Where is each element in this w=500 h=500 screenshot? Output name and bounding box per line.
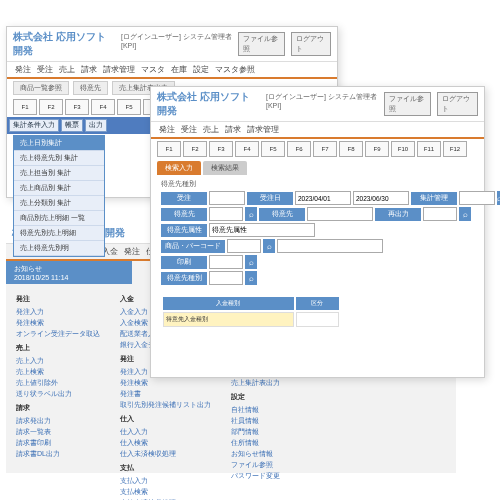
fkey[interactable]: F2 <box>183 141 207 157</box>
menu-link[interactable]: オンライン受注データ取込 <box>16 329 100 339</box>
fkey[interactable]: F10 <box>391 141 415 157</box>
menu-item[interactable]: 売上 <box>203 124 219 135</box>
menu-link[interactable]: 売上値引除外 <box>16 378 100 388</box>
menu-item[interactable]: 発注 <box>124 246 140 257</box>
dropdown-item[interactable]: 商品別売上明細 一覧 <box>14 211 104 226</box>
dropdown-item[interactable]: 売上得意先別 集計 <box>14 151 104 166</box>
fkey[interactable]: F11 <box>417 141 441 157</box>
menu-item[interactable]: 受注 <box>181 124 197 135</box>
menu-item[interactable]: 請求管理 <box>103 64 135 75</box>
menu-link[interactable]: パスワード変更 <box>231 471 287 481</box>
menu-item[interactable]: 請求 <box>225 124 241 135</box>
type-input[interactable] <box>209 271 243 285</box>
app-logo: 株式会社 応用ソフト開発 <box>157 90 258 118</box>
menu-link[interactable]: 社員情報 <box>231 416 287 426</box>
fkey[interactable]: F7 <box>313 141 337 157</box>
search-icon[interactable]: ⌕ <box>245 255 257 269</box>
tab-inactive[interactable]: 検索結果 <box>203 161 247 175</box>
search-icon[interactable]: ⌕ <box>263 239 275 253</box>
menu-item[interactable]: 発注 <box>15 64 31 75</box>
fkey[interactable]: F4 <box>235 141 259 157</box>
table-row[interactable]: 得意先入金種別 <box>163 312 339 327</box>
order-input[interactable] <box>209 191 245 205</box>
logout-button[interactable]: ログアウト <box>437 92 478 116</box>
file-button[interactable]: ファイル参照 <box>238 32 284 56</box>
menu-link[interactable]: 支払検索 <box>120 487 211 497</box>
menu-item[interactable]: 請求 <box>81 64 97 75</box>
dropdown-item[interactable]: 売上担当別 集計 <box>14 166 104 181</box>
menu-link[interactable]: お知らせ情報 <box>231 449 287 459</box>
menu-link[interactable]: 請求一覧表 <box>16 427 100 437</box>
toolbar-button[interactable]: 出力 <box>85 119 107 132</box>
menu-item[interactable]: マスタ参照 <box>215 64 255 75</box>
menu-link[interactable]: 発注検索 <box>16 318 100 328</box>
logout-button[interactable]: ログアウト <box>291 32 331 56</box>
fkey[interactable]: F1 <box>13 99 37 115</box>
menu-item[interactable]: 発注 <box>159 124 175 135</box>
fkey[interactable]: F3 <box>209 141 233 157</box>
fkey[interactable]: F8 <box>339 141 363 157</box>
menu-link[interactable]: 請求書DL出力 <box>16 449 100 459</box>
menu-item[interactable]: 設定 <box>193 64 209 75</box>
menu-item[interactable]: 売上 <box>59 64 75 75</box>
search-icon[interactable]: ⌕ <box>459 207 471 221</box>
dropdown-title[interactable]: 売上日別集計 <box>14 136 104 151</box>
menu-item[interactable]: 請求管理 <box>247 124 279 135</box>
fkey[interactable]: F4 <box>91 99 115 115</box>
fkey[interactable]: F3 <box>65 99 89 115</box>
menu-item[interactable]: 受注 <box>37 64 53 75</box>
attr-input[interactable] <box>209 223 315 237</box>
menu-link[interactable]: 仕入検索 <box>120 438 211 448</box>
search-icon[interactable]: ⌕ <box>245 207 257 221</box>
fkey[interactable]: F5 <box>117 99 141 115</box>
fkey[interactable]: F5 <box>261 141 285 157</box>
search-icon[interactable]: ⌕ <box>245 271 257 285</box>
header: 株式会社 応用ソフト開発 [ログインユーザー] システム管理者 [KPI] ファ… <box>151 87 484 122</box>
reprint-input[interactable] <box>423 207 457 221</box>
menu-link[interactable]: 取引先別発注候補リスト出力 <box>120 400 211 410</box>
fkey[interactable]: F2 <box>39 99 63 115</box>
menu-link[interactable]: ファイル参照 <box>231 460 287 470</box>
tab-active[interactable]: 検索入力 <box>157 161 201 175</box>
menu-link[interactable]: 送り状ラベル出力 <box>16 389 100 399</box>
col-header: 区分 <box>296 297 340 310</box>
menu-link[interactable]: 住所情報 <box>231 438 287 448</box>
menu-link[interactable]: 仕入入力 <box>120 427 211 437</box>
menu-link[interactable]: 発注入力 <box>16 307 100 317</box>
fkey[interactable]: F1 <box>157 141 181 157</box>
crumb-item[interactable]: 商品一覧参照 <box>13 81 69 95</box>
date-from-input[interactable] <box>295 191 351 205</box>
menu-link[interactable]: 売上検索 <box>16 367 100 377</box>
fkey[interactable]: F6 <box>287 141 311 157</box>
menu-link[interactable]: 請求発出力 <box>16 416 100 426</box>
fkey[interactable]: F12 <box>443 141 467 157</box>
customer-name-input[interactable] <box>307 207 373 221</box>
menu-link[interactable]: 発注書 <box>120 389 211 399</box>
menu-link[interactable]: 請求書印刷 <box>16 438 100 448</box>
menu-link[interactable]: 部門情報 <box>231 427 287 437</box>
crumb-item[interactable]: 得意先 <box>73 81 108 95</box>
customer-code-input[interactable] <box>209 207 243 221</box>
product-name-input[interactable] <box>277 239 383 253</box>
menu-item[interactable]: マスタ <box>141 64 165 75</box>
print-input[interactable] <box>209 255 243 269</box>
menu-link[interactable]: 自社情報 <box>231 405 287 415</box>
menu-link[interactable]: 発注検索 <box>120 378 211 388</box>
menu-item[interactable]: 在庫 <box>171 64 187 75</box>
dropdown-item[interactable]: 得意先別売上明細 <box>14 226 104 241</box>
dropdown-item[interactable]: 売上分類別 集計 <box>14 196 104 211</box>
product-code-input[interactable] <box>227 239 261 253</box>
date-to-input[interactable] <box>353 191 409 205</box>
menu-link[interactable]: 支払入力 <box>120 476 211 486</box>
menu-link[interactable]: 仕入未済検収処理 <box>120 449 211 459</box>
dropdown-item[interactable]: 売上商品別 集計 <box>14 181 104 196</box>
fkey[interactable]: F9 <box>365 141 389 157</box>
group-input[interactable] <box>459 191 495 205</box>
toolbar-button[interactable]: 集計条件入力 <box>9 119 59 132</box>
dropdown-item[interactable]: 売上得意先別明 <box>14 241 104 256</box>
toolbar-button[interactable]: 帳票 <box>61 119 83 132</box>
menu-link[interactable]: 売上集計表出力 <box>231 378 287 388</box>
menu-link[interactable]: 売上入力 <box>16 356 100 366</box>
file-button[interactable]: ファイル参照 <box>384 92 431 116</box>
notice-title: お知らせ <box>14 264 124 274</box>
